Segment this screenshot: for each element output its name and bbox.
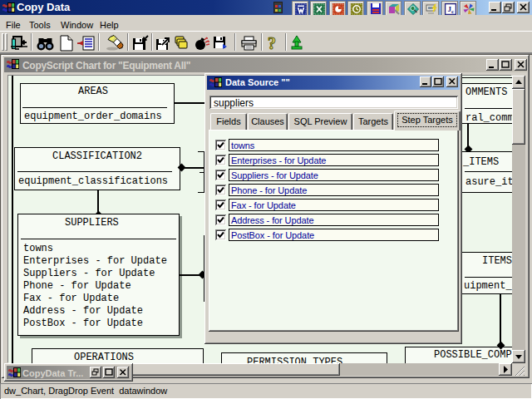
- svg-text:?: ?: [268, 35, 276, 52]
- svg-text:c: c: [451, 8, 454, 15]
